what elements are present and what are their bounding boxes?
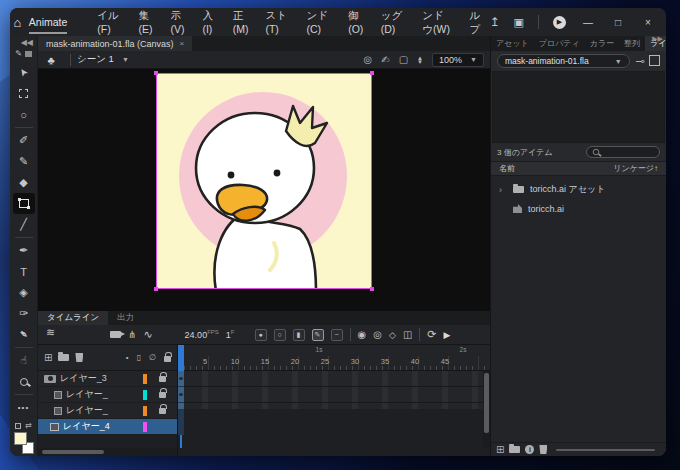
clip-content-icon[interactable]: ▢	[399, 54, 408, 65]
layer-row-selected[interactable]: レイヤー_4	[38, 419, 177, 435]
layer-color-swatch[interactable]	[143, 374, 147, 384]
app-name[interactable]: Animate	[25, 16, 78, 28]
column-name[interactable]: 名前	[499, 163, 515, 174]
layer-color-swatch[interactable]	[143, 422, 147, 432]
paint-bucket-tool[interactable]: ◈	[13, 282, 35, 303]
new-folder-icon[interactable]	[509, 446, 520, 453]
swatch-mini-icon[interactable]	[25, 51, 32, 57]
zoom-tool[interactable]	[13, 371, 35, 392]
frame-row[interactable]	[178, 371, 490, 387]
tab-align[interactable]: 整列	[619, 36, 645, 51]
edit-multiple-frames-icon[interactable]: ◇	[389, 330, 396, 340]
layer-row-masked[interactable]: レイヤー_	[38, 403, 177, 419]
zoom-stepper[interactable]: ▲▼	[417, 56, 423, 64]
library-hscrollbar[interactable]	[556, 449, 655, 451]
library-document-dropdown[interactable]: mask-animation-01.fla ▼	[497, 54, 630, 68]
classic-brush-tool[interactable]: ✎	[13, 151, 35, 172]
share-icon[interactable]: ↥	[490, 15, 500, 29]
layer-row-masked[interactable]: レイヤー_	[38, 387, 177, 403]
parenting-icon[interactable]: ⋔	[128, 329, 136, 340]
home-icon[interactable]: ⌂	[10, 15, 25, 30]
zoom-level-dropdown[interactable]: 100% ▼	[432, 53, 484, 67]
frame-ruler[interactable]: 1s 2s 5 10 15 20 25 30 35 40 45	[178, 345, 490, 371]
layer-name[interactable]: レイヤー_4	[63, 420, 139, 433]
tab-timeline[interactable]: タイムライン	[38, 311, 108, 325]
selection-handle[interactable]	[370, 71, 374, 75]
layer-lock[interactable]	[151, 405, 173, 416]
collapse-tools-icon[interactable]: ◀◀	[21, 38, 37, 47]
free-transform-tool[interactable]	[13, 83, 35, 104]
layer-row-mask[interactable]: レイヤー_3	[38, 371, 177, 387]
collapse-panel-icon[interactable]: ▶▶	[652, 35, 663, 43]
pen-tool[interactable]: ✒	[13, 240, 35, 261]
layer-name[interactable]: レイヤー_	[66, 404, 139, 417]
hide-all-icon[interactable]: ∅	[149, 353, 156, 362]
fill-color-swatch[interactable]	[14, 432, 27, 445]
close-button[interactable]: ×	[640, 17, 656, 28]
tab-color[interactable]: カラー	[585, 36, 619, 51]
quick-share-play-icon[interactable]: ▶	[553, 16, 566, 29]
maximize-button[interactable]: □	[610, 17, 626, 28]
fps-value[interactable]: 24.00FPS	[185, 329, 219, 340]
stage-canvas[interactable]	[156, 73, 372, 289]
layer-color-swatch[interactable]	[143, 390, 147, 400]
camera-icon[interactable]	[110, 331, 121, 338]
center-stage-icon[interactable]: ◎	[364, 54, 373, 65]
layer-name[interactable]: レイヤー_3	[60, 372, 139, 385]
new-library-panel-icon[interactable]	[651, 57, 660, 66]
new-folder-icon[interactable]	[58, 354, 69, 361]
onion-skin-icon[interactable]: ◉	[358, 329, 367, 340]
minimize-button[interactable]: —	[580, 17, 596, 28]
eyedropper-tool[interactable]: ✑	[13, 303, 35, 324]
tab-properties[interactable]: プロパティ	[534, 36, 585, 51]
text-tool[interactable]: T	[13, 261, 35, 282]
swap-colors-icon[interactable]: ⇄	[25, 421, 32, 430]
layer-lock[interactable]	[151, 389, 173, 400]
layers-stack-icon[interactable]	[46, 330, 56, 339]
tab-output[interactable]: 出力	[108, 311, 143, 325]
default-colors-icon[interactable]	[15, 423, 21, 429]
disclosure-icon[interactable]: ›	[499, 185, 507, 195]
properties-icon[interactable]: i	[525, 445, 534, 454]
close-tab-icon[interactable]: ×	[180, 39, 185, 48]
selection-handle[interactable]	[154, 287, 158, 291]
workspace-icon[interactable]: ▣	[514, 16, 524, 29]
hand-tool[interactable]: ☝	[13, 350, 35, 371]
layer-lock[interactable]	[151, 373, 173, 384]
layer-name[interactable]: レイヤー_	[66, 388, 139, 401]
line-tool[interactable]: ╱	[13, 214, 35, 235]
highlight-column-icon[interactable]: •	[126, 353, 129, 362]
selection-handle[interactable]	[154, 71, 158, 75]
eraser-tool[interactable]: ◆	[13, 172, 35, 193]
delete-icon[interactable]	[539, 445, 547, 454]
loop-icon[interactable]: ⟳	[427, 328, 436, 341]
fluid-brush-tool[interactable]: ✐	[13, 130, 35, 151]
rectangle-tool[interactable]	[13, 193, 35, 214]
library-search-input[interactable]	[586, 146, 660, 158]
playhead[interactable]	[178, 345, 184, 371]
selection-handle[interactable]	[370, 287, 374, 291]
frame-row[interactable]	[178, 387, 490, 403]
asset-warp-tool[interactable]: ✒	[13, 324, 35, 345]
lock-all-icon[interactable]	[164, 356, 171, 362]
column-linkage[interactable]: リンケージ↑	[613, 163, 658, 174]
delete-layer-icon[interactable]	[75, 353, 83, 362]
pencil-mini-icon[interactable]: ✎	[15, 49, 22, 58]
insert-blank-keyframe-icon[interactable]: ○	[274, 329, 286, 341]
remove-frame-icon[interactable]: −	[331, 329, 343, 341]
timeline-vscrollbar[interactable]	[483, 371, 490, 448]
onion-outline-icon[interactable]: ◎	[373, 329, 382, 340]
layer-color-swatch[interactable]	[143, 406, 147, 416]
graph-editor-icon[interactable]: ∿	[143, 328, 152, 341]
more-tools-button[interactable]: •••	[13, 397, 35, 418]
play-icon[interactable]: ▶	[444, 330, 451, 340]
pasteboard[interactable]	[38, 69, 490, 311]
frames-area[interactable]: 1s 2s 5 10 15 20 25 30 35 40 45	[178, 345, 490, 456]
list-item-folder[interactable]: › toricch.ai アセット	[491, 180, 666, 199]
outline-column-icon[interactable]: ▯	[137, 353, 141, 362]
insert-frame-icon[interactable]: ▮	[293, 329, 305, 341]
onion-range-icon[interactable]: ◫	[403, 329, 412, 340]
rotate-view-icon[interactable]: ✍	[381, 54, 389, 65]
current-frame[interactable]: 1F	[226, 329, 235, 340]
tab-assets[interactable]: アセット	[491, 36, 534, 51]
